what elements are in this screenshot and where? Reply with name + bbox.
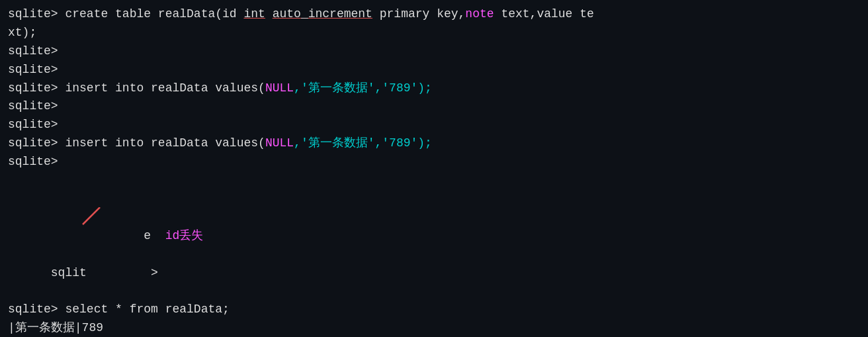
prompt-6: sqlite> xyxy=(8,116,65,134)
cmd-text-value: text,value te xyxy=(494,5,594,24)
terminal-line-1b: xt); xyxy=(8,24,860,42)
cmd-values-2: ,'第一条数据','789'); xyxy=(294,134,432,153)
keyword-auto-increment: auto_increment xyxy=(273,5,372,24)
annotation-id-lost: id丢失 xyxy=(165,227,204,246)
result-row-1: |第一条数据|789 xyxy=(8,319,103,337)
keyword-int: int xyxy=(243,5,265,24)
terminal-line-3: sqlite> xyxy=(8,61,860,79)
cmd-primary-key: primary key, xyxy=(372,5,465,24)
cmd-create: create table realData(id xyxy=(65,5,243,24)
prompt-8: sqlite> xyxy=(8,153,65,171)
terminal-line-1: sqlite> create table realData(id int aut… xyxy=(8,5,860,24)
cmd-values-1: ,'第一条数据','789'); xyxy=(294,79,432,98)
terminal-line-9: sqlit e > id丢失 xyxy=(8,171,860,301)
prompt-9-container: sqlit e > xyxy=(8,171,165,301)
terminal-line-11: |第一条数据|789 xyxy=(8,319,860,337)
terminal-line-2: sqlite> xyxy=(8,42,860,61)
prompt-2: sqlite> xyxy=(8,42,65,61)
terminal-line-4: sqlite> insert into realData values(NULL… xyxy=(8,79,860,98)
prompt-3: sqlite> xyxy=(8,61,65,79)
terminal-window: sqlite> create table realData(id int aut… xyxy=(0,0,868,337)
terminal-line-7: sqlite> insert into realData values(NULL… xyxy=(8,134,860,153)
red-strike-svg xyxy=(81,207,103,226)
strike-e: e xyxy=(87,209,151,283)
cmd-insert-1: insert into realData values( xyxy=(65,79,265,98)
keyword-null-1: NULL xyxy=(265,79,294,98)
cmd-select: select * from realData; xyxy=(65,301,229,319)
cmd-xt: xt); xyxy=(8,24,36,42)
prompt-4: sqlite> xyxy=(8,79,65,98)
keyword-null-2: NULL xyxy=(265,134,294,153)
cmd-insert-2: insert into realData values( xyxy=(65,134,265,153)
keyword-note: note xyxy=(465,5,494,24)
prompt-1: sqlite> xyxy=(8,5,65,24)
space-1 xyxy=(265,5,273,24)
prompt-9: sqlit xyxy=(51,265,87,279)
terminal-line-5: sqlite> xyxy=(8,97,860,116)
terminal-line-8: sqlite> xyxy=(8,153,860,171)
terminal-line-6: sqlite> xyxy=(8,116,860,134)
svg-line-0 xyxy=(83,207,100,224)
prompt-10: sqlite> xyxy=(8,301,65,319)
prompt-5: sqlite> xyxy=(8,97,65,116)
prompt-7: sqlite> xyxy=(8,134,65,153)
terminal-line-10: sqlite> select * from realData; xyxy=(8,301,860,319)
